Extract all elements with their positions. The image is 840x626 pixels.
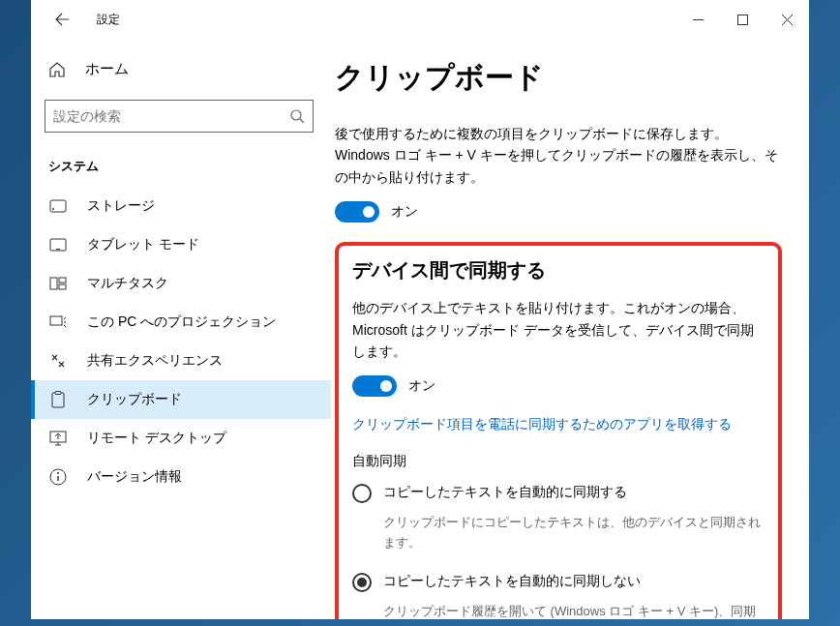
sidebar-item-shared[interactable]: 共有エクスペリエンス [31,342,331,380]
sidebar-item-tablet[interactable]: タブレット モード [31,225,331,264]
svg-rect-5 [56,249,60,250]
info-icon [48,468,68,486]
sidebar: ホーム システム ストレージ タブレット モード マルチタスク この PC [31,39,331,619]
svg-rect-6 [50,278,57,289]
svg-point-14 [57,472,59,474]
sidebar-item-projection[interactable]: この PC へのプロジェクション [31,303,331,342]
projection-icon [48,315,68,329]
radio-no-auto-sync-desc: クリップボード履歴を開いて (Windows ロゴ キー + V キー)、同期す… [383,602,765,619]
radio-no-auto-sync[interactable]: コピーしたテキストを自動的に同期しない [352,573,765,592]
sync-toggle-label: オン [408,377,435,395]
sync-toggle[interactable] [352,375,397,397]
back-button[interactable] [48,6,75,33]
radio-icon [352,573,372,592]
page-title: クリップボード [335,58,782,98]
svg-point-3 [52,208,54,210]
sidebar-item-remote[interactable]: リモート デスクトップ [31,419,331,458]
sidebar-item-storage[interactable]: ストレージ [31,187,331,225]
history-description: 後で使用するために複数の項目をクリップボードに保存します。Windows ロゴ … [335,123,782,188]
sidebar-item-label: マルチタスク [87,275,168,292]
maximize-icon [737,15,748,25]
sidebar-item-label: 共有エクスペリエンス [87,352,223,370]
sidebar-item-label: ストレージ [87,197,155,215]
window-title: 設定 [97,12,120,28]
maximize-button[interactable] [720,4,765,35]
sidebar-section: システム [31,150,331,187]
multitask-icon [48,277,68,290]
clipboard-icon [48,391,68,408]
sidebar-item-label: この PC へのプロジェクション [87,313,276,331]
svg-rect-8 [59,284,66,289]
sync-section: デバイス間で同期する 他のデバイス上でテキストを貼り付けます。これがオンの場合、… [335,242,782,619]
history-toggle-label: オン [391,203,418,221]
sidebar-item-label: タブレット モード [87,236,199,253]
svg-rect-10 [52,393,64,407]
remote-icon [48,431,68,446]
svg-rect-7 [59,278,66,283]
sync-title: デバイス間で同期する [352,257,765,283]
radio-auto-sync-desc: クリップボードにコピーしたテキストは、他のデバイスと同期されます。 [383,513,765,553]
tablet-icon [48,238,68,252]
sidebar-item-about[interactable]: バージョン情報 [31,458,331,496]
svg-rect-11 [55,392,61,395]
sidebar-item-multitask[interactable]: マルチタスク [31,264,331,303]
radio-icon [352,484,372,503]
history-toggle-row: オン [335,201,782,223]
sync-description: 他のデバイス上でテキストを貼り付けます。これがオンの場合、Microsoft は… [352,297,765,362]
home-icon [48,61,68,78]
radio-label: コピーしたテキストを自動的に同期しない [383,573,641,590]
sidebar-home[interactable]: ホーム [31,50,331,88]
arrow-left-icon [54,12,70,27]
sync-toggle-row: オン [352,375,765,397]
sidebar-home-label: ホーム [85,60,129,78]
svg-rect-0 [737,15,747,24]
sidebar-item-label: リモート デスクトップ [87,430,226,447]
content: クリップボード 後で使用するために複数の項目をクリップボードに保存します。Win… [331,39,809,619]
radio-auto-sync[interactable]: コピーしたテキストを自動的に同期する [352,484,765,503]
body: ホーム システム ストレージ タブレット モード マルチタスク この PC [31,39,809,619]
window-controls [675,4,809,35]
close-icon [782,15,793,25]
search-icon [289,108,305,124]
sidebar-item-label: クリップボード [87,391,182,408]
minimize-icon [693,15,704,25]
history-toggle[interactable] [335,201,379,223]
svg-rect-2 [50,200,66,212]
svg-rect-9 [50,316,62,325]
radio-label: コピーしたテキストを自動的に同期する [383,484,627,501]
auto-sync-heading: 自動同期 [352,453,765,470]
sidebar-item-label: バージョン情報 [87,468,182,486]
sync-app-link[interactable]: クリップボード項目を電話に同期するためのアプリを取得する [352,416,765,433]
close-button[interactable] [765,4,809,35]
settings-window: 設定 ホーム システム [31,0,809,619]
storage-icon [48,199,68,213]
shared-icon [48,352,68,370]
titlebar: 設定 [31,0,809,39]
minimize-button[interactable] [675,4,720,35]
search-box[interactable] [45,100,314,133]
svg-point-1 [291,110,301,120]
sidebar-item-clipboard[interactable]: クリップボード [31,380,331,419]
search-input[interactable] [53,108,289,124]
